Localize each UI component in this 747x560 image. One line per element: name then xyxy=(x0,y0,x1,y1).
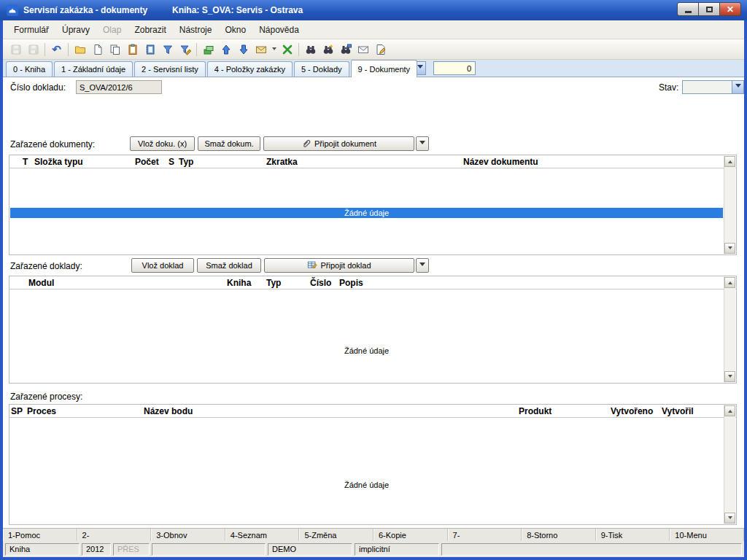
col-doc-zkratka[interactable]: Zkratka xyxy=(266,157,298,167)
tab-servisni-listy[interactable]: 2 - Servisní listy xyxy=(134,61,206,77)
fkey-10-menu[interactable]: 10-Menu xyxy=(670,529,744,541)
attachments-icon[interactable] xyxy=(200,42,217,58)
journal-icon[interactable] xyxy=(142,42,158,58)
documents-table-body[interactable]: Žádné údaje xyxy=(9,168,736,254)
tab-doklady[interactable]: 5 - Doklady xyxy=(294,61,349,77)
col-doc-nazev[interactable]: Název dokumentu xyxy=(463,157,538,167)
col-proc-vytvoril[interactable]: Vytvořil xyxy=(662,406,694,416)
sort-down-icon[interactable] xyxy=(235,42,252,58)
window-subtitle: Kniha: S_OVA: Servis - Ostrava xyxy=(172,5,303,15)
fkey-3-obnov[interactable]: 3-Obnov xyxy=(151,529,225,541)
send-icon[interactable] xyxy=(252,42,269,58)
minimize-button[interactable] xyxy=(677,2,699,16)
paste-icon[interactable] xyxy=(124,42,141,58)
menu-formular[interactable]: Formulář xyxy=(7,22,55,38)
fkey-4-seznam[interactable]: 4-Seznam xyxy=(225,529,300,541)
col-proc-proces[interactable]: Proces xyxy=(27,406,56,416)
col-doc-pocet[interactable]: Počet xyxy=(135,157,159,167)
menu-napoveda[interactable]: Nápověda xyxy=(252,22,306,38)
titlebar[interactable]: Servisní zakázka - dokumenty Kniha: S_OV… xyxy=(0,0,747,20)
copy-icon[interactable] xyxy=(107,42,123,58)
fkey-1-pomoc[interactable]: 1-Pomoc xyxy=(3,529,77,541)
documents-scrollbar[interactable] xyxy=(724,156,735,254)
col-doc-t[interactable]: T xyxy=(23,157,28,167)
stav-combobox[interactable] xyxy=(682,80,744,94)
menu-upravy[interactable]: Úpravy xyxy=(55,22,96,38)
sort-up-icon[interactable] xyxy=(217,42,234,58)
scroll-up-icon[interactable] xyxy=(724,156,735,167)
find-book-icon[interactable] xyxy=(337,42,354,58)
col-proc-sp[interactable]: SP xyxy=(11,406,23,416)
filter-edit-icon[interactable] xyxy=(177,42,193,58)
col-rec-typ[interactable]: Typ xyxy=(266,278,281,288)
scroll-down-icon[interactable] xyxy=(724,371,735,382)
chevron-down-icon[interactable] xyxy=(732,81,743,93)
col-proc-vytvoreno[interactable]: Vytvořeno xyxy=(611,406,653,416)
maximize-button[interactable] xyxy=(698,2,720,16)
col-rec-kniha[interactable]: Kniha xyxy=(227,278,251,288)
menu-bar: Formulář Úpravy Olap Zobrazit Nástroje O… xyxy=(3,20,744,39)
find-next-icon[interactable] xyxy=(320,42,336,58)
scroll-down-icon[interactable] xyxy=(724,513,735,524)
col-proc-produkt[interactable]: Produkt xyxy=(519,406,551,416)
menu-olap: Olap xyxy=(96,22,128,38)
menu-nastroje[interactable]: Nástroje xyxy=(173,22,219,38)
processes-table-body[interactable]: Žádné údaje xyxy=(9,418,736,524)
find-icon[interactable] xyxy=(302,42,319,58)
delete-document-button[interactable]: Smaž dokum. xyxy=(198,136,260,151)
delete-receipt-button[interactable]: Smaž doklad xyxy=(197,258,261,273)
undo-icon[interactable]: ↶ xyxy=(48,42,65,58)
attach-receipt-button[interactable]: Připojit doklad xyxy=(264,258,414,273)
close-button[interactable]: ✕ xyxy=(719,2,741,16)
filter-icon[interactable] xyxy=(159,42,176,58)
edit-note-icon[interactable] xyxy=(372,42,389,58)
processes-scrollbar[interactable] xyxy=(724,405,735,524)
attach-receipt-dropdown[interactable] xyxy=(416,258,429,273)
open-folder-icon[interactable] xyxy=(71,42,88,58)
col-rec-popis[interactable]: Popis xyxy=(339,278,363,288)
generate-icon[interactable] xyxy=(279,42,295,58)
attach-document-dropdown[interactable] xyxy=(416,136,429,151)
col-rec-modul[interactable]: Modul xyxy=(28,278,54,288)
fkey-8-storno[interactable]: 8-Storno xyxy=(522,529,596,541)
tab-kniha[interactable]: 0 - Kniha xyxy=(6,61,53,77)
mail-icon[interactable] xyxy=(355,42,371,58)
receipts-table-header: Modul Kniha Typ Číslo Popis xyxy=(9,276,736,289)
send-dropdown-icon[interactable] xyxy=(270,42,278,58)
tab-zakladni-udaje[interactable]: 1 - Základní údaje xyxy=(54,61,133,77)
fkey-6-kopie[interactable]: 6-Kopie xyxy=(374,529,448,541)
scroll-down-icon[interactable] xyxy=(724,243,735,254)
status-demo: DEMO xyxy=(268,543,352,556)
cislo-dokladu-field[interactable]: S_OVA/2012/6 xyxy=(76,80,162,94)
insert-receipt-button[interactable]: Vlož doklad xyxy=(131,258,194,273)
documents-empty-row[interactable]: Žádné údaje xyxy=(10,208,723,218)
tab-strip: 0 - Kniha 1 - Základní údaje 2 - Servisn… xyxy=(3,60,744,77)
receipts-table-body[interactable]: Žádné údaje xyxy=(9,289,736,383)
chevron-down-icon xyxy=(419,262,425,269)
new-document-icon[interactable] xyxy=(89,42,106,58)
save-icon[interactable] xyxy=(7,42,24,58)
scroll-up-icon[interactable] xyxy=(724,405,735,416)
fkey-7[interactable]: 7- xyxy=(448,529,522,541)
insert-document-button[interactable]: Vlož doku. (x) xyxy=(130,136,195,151)
scroll-up-icon[interactable] xyxy=(724,277,735,288)
menu-zobrazit[interactable]: Zobrazit xyxy=(128,22,172,38)
col-proc-nazev-bodu[interactable]: Název bodu xyxy=(144,406,193,416)
status-empty-1 xyxy=(152,543,266,556)
attach-document-button[interactable]: Připojit dokument xyxy=(263,136,414,151)
fkey-2[interactable]: 2- xyxy=(77,529,152,541)
toolbar-separator xyxy=(298,43,299,56)
col-rec-cislo[interactable]: Číslo xyxy=(310,278,331,288)
col-doc-typ[interactable]: Typ xyxy=(179,157,193,167)
col-doc-slozka-typu[interactable]: Složka typu xyxy=(34,157,83,167)
col-doc-s[interactable]: S xyxy=(169,157,174,167)
receipts-scrollbar[interactable] xyxy=(724,277,735,382)
tab-dokumenty[interactable]: 9 - Dokumenty xyxy=(351,60,418,77)
save-special-icon[interactable] xyxy=(25,42,42,58)
tab-count-field[interactable]: 0 xyxy=(433,61,476,75)
tab-polozky-zakazky[interactable]: 4 - Položky zakázky xyxy=(207,61,293,77)
fkey-9-tisk[interactable]: 9-Tisk xyxy=(596,529,670,541)
fkey-5-zmena[interactable]: 5-Změna xyxy=(299,529,374,541)
menu-okno[interactable]: Okno xyxy=(218,22,252,38)
processes-table-header: SP Proces Název bodu Produkt Vytvořeno V… xyxy=(9,405,736,418)
